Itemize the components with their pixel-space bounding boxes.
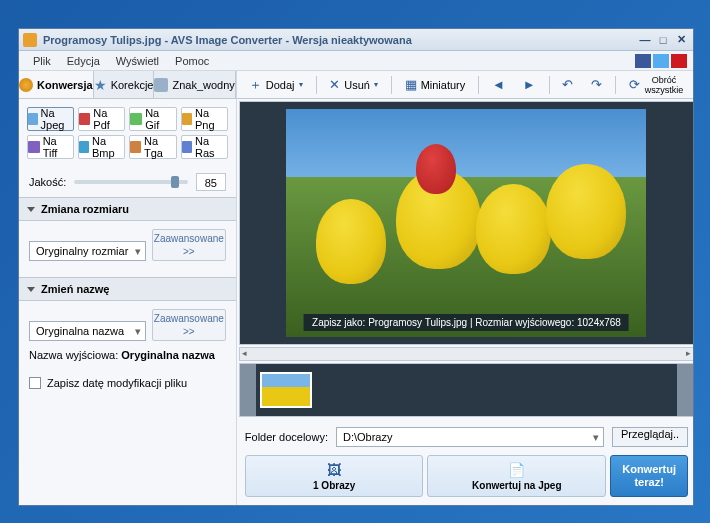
facebook-icon[interactable]	[635, 54, 651, 68]
preview-area: Zapisz jako: Programosy Tulips.jpg | Roz…	[239, 101, 693, 345]
resize-body: Oryginalny rozmiar Zaawansowane >>	[19, 221, 236, 277]
format-pdf[interactable]: Na Pdf	[78, 107, 125, 131]
gif-icon	[130, 113, 142, 125]
rotate-right-button[interactable]: ↷	[583, 74, 610, 96]
chevron-down-icon: ▾	[299, 80, 303, 89]
next-button[interactable]: ►	[515, 74, 544, 96]
grid-icon: ▦	[405, 77, 417, 92]
separator	[549, 76, 550, 94]
menubar: Plik Edycja Wyświetl Pomoc	[19, 51, 693, 71]
save-date-checkbox[interactable]	[29, 377, 41, 389]
chevron-down-icon	[27, 287, 35, 292]
preview-caption: Zapisz jako: Programosy Tulips.jpg | Roz…	[304, 314, 629, 331]
app-icon	[23, 33, 37, 47]
resize-header[interactable]: Zmiana rozmiaru	[19, 197, 236, 221]
titlebar: Programosy Tulips.jpg - AVS Image Conver…	[19, 29, 693, 51]
app-window: Programosy Tulips.jpg - AVS Image Conver…	[18, 28, 694, 506]
rotate-right-icon: ↷	[591, 77, 602, 92]
horizontal-scrollbar[interactable]	[239, 347, 693, 361]
youtube-icon[interactable]	[671, 54, 687, 68]
rotate-left-button[interactable]: ↶	[554, 74, 581, 96]
images-count-box: 🖼 1 Obrazy	[245, 455, 424, 497]
rename-body: Oryginalna nazwa Zaawansowane >> Nazwa w…	[19, 301, 236, 369]
format-png[interactable]: Na Png	[181, 107, 228, 131]
format-jpeg[interactable]: Na Jpeg	[27, 107, 74, 131]
png-icon	[182, 113, 192, 125]
footer: Folder docelowy: D:\Obrazy Przeglądaj.. …	[237, 419, 693, 505]
tab-corrections[interactable]: ★ Korekcje	[94, 71, 155, 98]
menu-edit[interactable]: Edycja	[59, 53, 108, 69]
folder-combo[interactable]: D:\Obrazy	[336, 427, 604, 447]
sidebar-tabs: Konwersja ★ Korekcje Znak_wodny	[19, 71, 236, 99]
menu-view[interactable]: Wyświetl	[108, 53, 167, 69]
tab-watermark[interactable]: Znak_wodny	[154, 71, 235, 98]
tga-icon	[130, 141, 141, 153]
format-gif[interactable]: Na Gif	[129, 107, 176, 131]
thumbnail[interactable]	[260, 372, 312, 408]
save-date-label: Zapisz datę modyfikacji pliku	[47, 377, 187, 389]
jpeg-icon	[28, 113, 38, 125]
folder-row: Folder docelowy: D:\Obrazy Przeglądaj..	[245, 427, 688, 447]
prev-button[interactable]: ◄	[484, 74, 513, 96]
bmp-icon	[79, 141, 89, 153]
thumbnail-strip	[239, 363, 693, 417]
close-button[interactable]: ✕	[673, 33, 689, 47]
format-bmp[interactable]: Na Bmp	[78, 135, 125, 159]
tab-label: Korekcje	[111, 79, 154, 91]
rotate-all-button[interactable]: ⟳Obróć wszystkie	[621, 74, 692, 96]
maximize-button[interactable]: □	[655, 33, 671, 47]
refresh-icon: ⟳	[629, 77, 640, 92]
folder-label: Folder docelowy:	[245, 431, 328, 443]
rename-header[interactable]: Zmień nazwę	[19, 277, 236, 301]
image-content	[476, 184, 551, 274]
image-content	[316, 199, 386, 284]
tab-conversion[interactable]: Konwersja	[19, 71, 94, 98]
person-icon	[154, 78, 168, 92]
thumbnails-button[interactable]: ▦Miniatury	[397, 74, 474, 96]
image-content	[416, 144, 456, 194]
separator	[615, 76, 616, 94]
quality-slider[interactable]	[74, 180, 188, 184]
separator	[391, 76, 392, 94]
main-panel: ＋Dodaj▾ ✕Usuń▾ ▦Miniatury ◄ ► ↶ ↷ ⟳Obróć…	[237, 71, 693, 505]
window-title: Programosy Tulips.jpg - AVS Image Conver…	[43, 34, 635, 46]
convert-to-box: 📄 Konwertuj na Jpeg	[427, 455, 606, 497]
output-name-row: Nazwa wyjściowa: Oryginalna nazwa	[29, 349, 226, 361]
social-links	[635, 54, 687, 68]
format-tiff[interactable]: Na Tiff	[27, 135, 74, 159]
image-icon: 🖼	[327, 462, 341, 478]
menu-help[interactable]: Pomoc	[167, 53, 217, 69]
arrow-left-icon: ◄	[492, 77, 505, 92]
chevron-down-icon	[27, 207, 35, 212]
quality-label: Jakość:	[29, 176, 66, 188]
remove-button[interactable]: ✕Usuń▾	[321, 74, 386, 96]
format-tga[interactable]: Na Tga	[129, 135, 176, 159]
quality-row: Jakość: 85	[19, 167, 236, 197]
menu-file[interactable]: Plik	[25, 53, 59, 69]
plus-icon: ＋	[249, 76, 262, 94]
toolbar: ＋Dodaj▾ ✕Usuń▾ ▦Miniatury ◄ ► ↶ ↷ ⟳Obróć…	[237, 71, 693, 99]
convert-now-button[interactable]: Konwertuj teraz!	[610, 455, 688, 497]
minimize-button[interactable]: —	[637, 33, 653, 47]
resize-combo[interactable]: Oryginalny rozmiar	[29, 241, 146, 261]
rotate-left-icon: ↶	[562, 77, 573, 92]
tiff-icon	[28, 141, 40, 153]
resize-advanced-button[interactable]: Zaawansowane >>	[152, 229, 226, 261]
format-ras[interactable]: Na Ras	[181, 135, 228, 159]
twitter-icon[interactable]	[653, 54, 669, 68]
save-date-row[interactable]: Zapisz datę modyfikacji pliku	[19, 369, 236, 397]
add-button[interactable]: ＋Dodaj▾	[241, 74, 311, 96]
rename-combo[interactable]: Oryginalna nazwa	[29, 321, 146, 341]
slider-thumb[interactable]	[171, 176, 179, 188]
arrow-right-icon: ►	[523, 77, 536, 92]
rename-advanced-button[interactable]: Zaawansowane >>	[152, 309, 226, 341]
format-grid: Na Jpeg Na Pdf Na Gif Na Png Na Tiff Na …	[19, 99, 236, 167]
separator	[316, 76, 317, 94]
quality-value[interactable]: 85	[196, 173, 226, 191]
chevron-down-icon: ▾	[374, 80, 378, 89]
preview-image[interactable]: Zapisz jako: Programosy Tulips.jpg | Roz…	[286, 109, 646, 337]
ras-icon	[182, 141, 192, 153]
action-row: 🖼 1 Obrazy 📄 Konwertuj na Jpeg Konwertuj…	[245, 455, 688, 497]
tab-label: Znak_wodny	[172, 79, 234, 91]
browse-button[interactable]: Przeglądaj..	[612, 427, 688, 447]
